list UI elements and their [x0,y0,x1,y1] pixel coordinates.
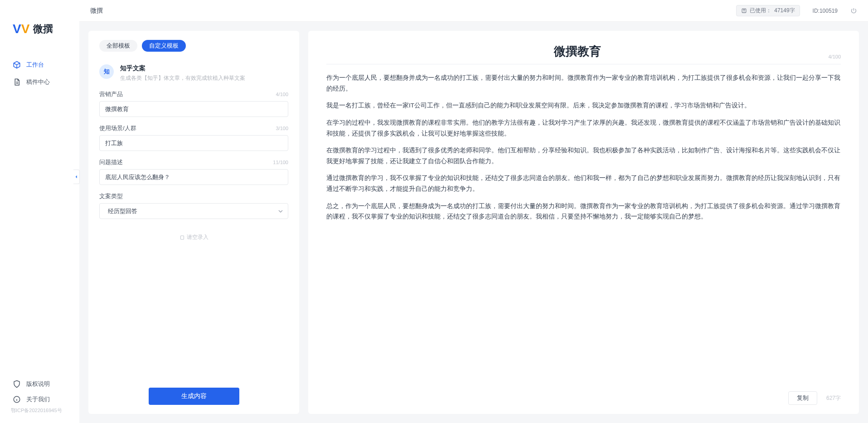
usage-label: 已使用： [750,7,771,15]
output-paragraph: 通过微撰教育的学习，我不仅掌握了专业的知识和技能，还结交了很多志同道合的朋友。他… [326,173,841,194]
shield-icon [13,380,21,388]
logo-text: 微撰 [33,22,53,36]
user-id: ID:100519 [813,8,838,14]
file-icon [179,235,185,240]
output-char-count: 627字 [826,394,841,402]
field-label: 使用场景/人群 [99,124,136,132]
content: 全部模板 自定义模板 知 知乎文案 生成各类【知乎】体文章，有效完成软植入种草文… [79,22,868,423]
copy-button[interactable]: 复制 [788,391,817,405]
cube-icon [13,61,21,69]
collapse-sidebar-button[interactable] [73,170,80,184]
field-label: 问题描述 [99,158,123,166]
empty-prompt: 请空录入 [99,226,288,248]
panel-form: 全部模板 自定义模板 知 知乎文案 生成各类【知乎】体文章，有效完成软植入种草文… [88,31,299,414]
field-scene: 使用场景/人群 3/100 [99,124,288,151]
icp-footer: 鄂ICP备2022016945号 [0,407,79,414]
panel-output: 微撰教育 4/100 作为一个底层人民，要想翻身并成为一名成功的打工族，需要付出… [308,31,859,414]
scene-input[interactable] [99,135,288,151]
template-tabs: 全部模板 自定义模板 [99,40,288,52]
field-label: 营销产品 [99,90,123,98]
field-counter: 11/100 [273,160,288,165]
output-body[interactable]: 作为一个底层人民，要想翻身并成为一名成功的打工族，需要付出大量的努力和时间。微撰… [326,73,841,386]
template-desc: 生成各类【知乎】体文章，有效完成软植入种草文案 [120,74,245,82]
sidebar-item-drafts[interactable]: 稿件中心 [0,73,79,91]
doc-edit-icon [13,78,21,86]
usage-badge[interactable]: 已使用： 47149字 [736,5,800,16]
field-counter: 3/100 [276,126,288,131]
sidebar-item-copyright[interactable]: 版权说明 [0,376,79,392]
sidebar-item-label: 工作台 [26,61,44,69]
logo-icon: VV [13,22,29,36]
output-title[interactable]: 微撰教育 [326,44,828,59]
svg-rect-2 [180,236,184,239]
output-paragraph: 作为一个底层人民，要想翻身并成为一名成功的打工族，需要付出大量的努力和时间。微撰… [326,73,841,94]
topbar-right: 已使用： 47149字 ID:100519 [736,5,857,16]
nav: 工作台 稿件中心 [0,49,79,376]
field-type: 文案类型 [99,192,288,219]
output-paragraph: 总之，作为一个底层人民，要想翻身成为一名成功的打工族，需要付出大量的努力和时间。… [326,201,841,222]
product-input[interactable] [99,101,288,117]
sidebar-item-label: 稿件中心 [26,78,50,86]
output-title-counter: 4/100 [828,54,841,59]
output-paragraph: 在微撰教育的学习过程中，我遇到了很多优秀的老师和同学。他们互相帮助，分享经验和知… [326,145,841,166]
template-card[interactable]: 知 知乎文案 生成各类【知乎】体文章，有效完成软植入种草文案 [99,60,288,90]
power-icon[interactable] [850,7,857,14]
sidebar-item-label: 关于我们 [26,395,50,404]
empty-prompt-text: 请空录入 [187,233,209,241]
info-icon [13,395,21,404]
type-select[interactable] [99,203,288,219]
field-product: 营销产品 4/100 [99,90,288,117]
chevron-left-icon [75,175,78,179]
sidebar-item-about[interactable]: 关于我们 [0,392,79,407]
output-paragraph: 我是一名打工族，曾经在一家IT公司工作，但一直感到自己的能力和职业发展空间有限。… [326,100,841,111]
sidebar-bottom: 版权说明 关于我们 鄂ICP备2022016945号 [0,376,79,423]
output-paragraph: 在学习的过程中，我发现微撰教育的课程非常实用。他们的教学方法很有趣，让我对学习产… [326,117,841,139]
field-counter: 4/100 [276,92,288,97]
template-title: 知乎文案 [120,64,245,73]
logo: VV 微撰 [0,22,79,49]
tab-custom-templates[interactable]: 自定义模板 [142,40,186,52]
sidebar: VV 微撰 工作台 稿件中心 版权说明 关于我们 鄂ICP备2022016945… [0,0,79,423]
sidebar-item-label: 版权说明 [26,380,50,388]
topbar: 微撰 已使用： 47149字 ID:100519 [79,0,868,22]
field-label: 文案类型 [99,192,123,200]
sidebar-item-workspace[interactable]: 工作台 [0,56,79,73]
template-icon: 知 [99,64,114,79]
tab-all-templates[interactable]: 全部模板 [99,40,137,52]
page-title: 微撰 [90,7,103,15]
usage-value: 47149字 [774,7,795,15]
main: 微撰 已使用： 47149字 ID:100519 全部模板 自定义模板 [79,0,868,423]
field-problem: 问题描述 11/100 [99,158,288,185]
generate-button[interactable]: 生成内容 [149,388,239,405]
text-icon [741,8,747,14]
problem-input[interactable] [99,169,288,185]
